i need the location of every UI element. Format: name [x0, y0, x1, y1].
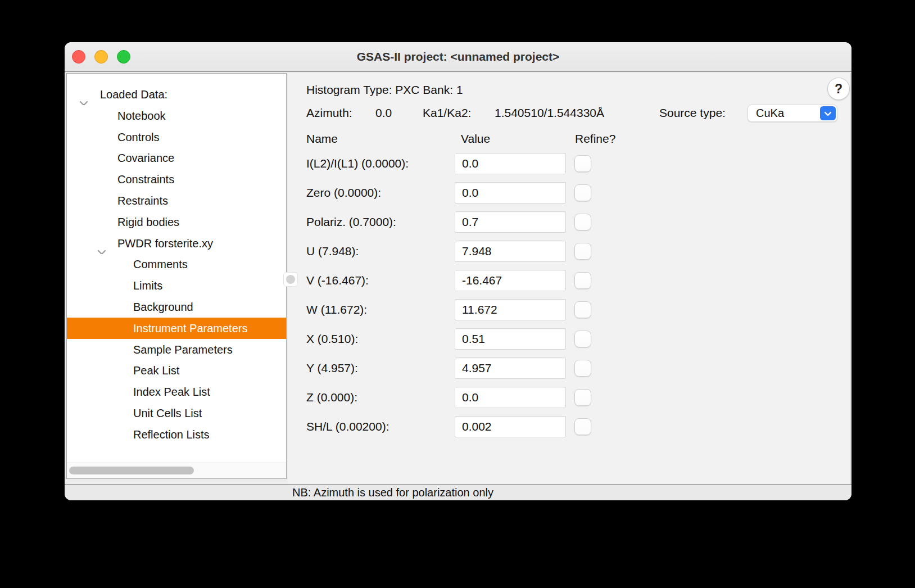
title-bar: GSAS-II project: <unnamed project> — [65, 42, 851, 72]
azimuth-value: 0.0 — [375, 104, 392, 122]
data-tree-sidebar: Loaded Data: Notebook Controls Covarianc… — [66, 73, 287, 479]
instrument-parameters-panel: Histogram Type: PXC Bank: 1 ? Azimuth: 0… — [288, 73, 850, 484]
source-type-label: Source type: — [659, 104, 726, 122]
param-name: I(L2)/I(L1) (0.0000): — [306, 153, 409, 174]
param-value-input[interactable] — [455, 182, 566, 203]
column-header-name: Name — [306, 130, 338, 148]
tree-item-label: Background — [133, 296, 193, 318]
source-type-value: CuKa — [756, 105, 784, 121]
tree-item-label: Restraints — [117, 190, 168, 211]
tree-item-sample-parameters[interactable]: Sample Parameters — [67, 339, 286, 360]
status-message: NB: Azimuth is used for polarization onl… — [292, 485, 493, 500]
azimuth-label: Azimuth: — [306, 104, 352, 122]
param-row: Z (0.000): — [288, 387, 850, 408]
source-type-dropdown[interactable]: CuKa — [748, 105, 837, 122]
tree-item-loaded-data[interactable]: Loaded Data: — [67, 84, 286, 105]
tree-item-label: Rigid bodies — [117, 211, 179, 233]
histogram-type-line: Histogram Type: PXC Bank: 1 — [306, 81, 463, 99]
param-row: Y (4.957): — [288, 358, 850, 379]
param-value-input[interactable] — [455, 358, 566, 379]
param-value-input[interactable] — [455, 416, 566, 437]
tree-item-reflection-lists[interactable]: Reflection Lists — [67, 424, 286, 445]
param-name: SH/L (0.00200): — [306, 416, 389, 437]
tree-item-constraints[interactable]: Constraints — [67, 169, 286, 190]
tree-item-restraints[interactable]: Restraints — [67, 190, 286, 211]
param-row: V (-16.467): — [288, 270, 850, 291]
tree-item-covariance[interactable]: Covariance — [67, 147, 286, 169]
tree-item-limits[interactable]: Limits — [67, 275, 286, 296]
scrollbar-thumb[interactable] — [69, 467, 194, 474]
tree-item-label: Index Peak List — [133, 381, 210, 402]
help-button[interactable]: ? — [827, 78, 850, 100]
chevron-down-icon[interactable] — [79, 92, 88, 105]
param-row: Polariz. (0.7000): — [288, 211, 850, 233]
tree-item-label: Notebook — [117, 105, 166, 126]
tree-item-label: Controls — [117, 126, 159, 148]
tree-item-label: Limits — [133, 275, 162, 296]
tree-item-comments[interactable]: Comments — [67, 254, 286, 275]
param-name: Z (0.000): — [306, 387, 357, 408]
param-value-input[interactable] — [455, 153, 566, 174]
tree-item-notebook[interactable]: Notebook — [67, 105, 286, 126]
tree-item-label: Reflection Lists — [133, 424, 210, 445]
param-row: I(L2)/I(L1) (0.0000): — [288, 153, 850, 174]
refine-checkbox[interactable] — [574, 360, 591, 377]
tree-item-controls[interactable]: Controls — [67, 126, 286, 148]
param-value-input[interactable] — [455, 328, 566, 350]
param-row: W (11.672): — [288, 299, 850, 320]
param-value-input[interactable] — [455, 241, 566, 262]
refine-checkbox[interactable] — [574, 214, 591, 230]
tree-item-label: Instrument Parameters — [133, 318, 247, 339]
status-bar: NB: Azimuth is used for polarization onl… — [65, 484, 851, 500]
refine-checkbox[interactable] — [574, 155, 591, 172]
column-header-refine: Refine? — [575, 130, 615, 148]
column-header-value: Value — [461, 130, 490, 148]
tree-item-instrument-parameters-selected[interactable]: Instrument Parameters — [67, 318, 286, 339]
param-value-input[interactable] — [455, 211, 566, 233]
ka-value: 1.540510/1.544330Å — [495, 104, 604, 122]
tree-item-pwdr-forsterite[interactable]: PWDR forsterite.xy — [67, 233, 286, 254]
tree-item-label: Peak List — [133, 360, 179, 381]
tree-item-label: Comments — [133, 254, 188, 275]
refine-checkbox[interactable] — [574, 418, 591, 435]
param-name: Y (4.957): — [306, 358, 358, 379]
param-name: Zero (0.0000): — [306, 182, 381, 203]
refine-checkbox[interactable] — [574, 243, 591, 260]
gsas2-window: GSAS-II project: <unnamed project> Loade… — [65, 42, 851, 500]
sidebar-horizontal-scrollbar[interactable] — [67, 463, 286, 478]
tree-item-label: Constraints — [117, 169, 174, 190]
param-name: X (0.510): — [306, 328, 358, 350]
param-name: U (7.948): — [306, 241, 359, 262]
tree-item-label: PWDR forsterite.xy — [117, 233, 213, 254]
refine-checkbox[interactable] — [574, 301, 591, 318]
param-row: U (7.948): — [288, 241, 850, 262]
tree-item-label: Unit Cells List — [133, 402, 202, 424]
dropdown-arrow-button[interactable] — [820, 106, 836, 120]
tree-item-peak-list[interactable]: Peak List — [67, 360, 286, 381]
refine-checkbox[interactable] — [574, 272, 591, 289]
param-value-input[interactable] — [455, 387, 566, 408]
refine-checkbox[interactable] — [574, 184, 591, 201]
tree-item-index-peak-list[interactable]: Index Peak List — [67, 381, 286, 402]
tree-item-label: Sample Parameters — [133, 339, 233, 360]
tree-item-background[interactable]: Background — [67, 296, 286, 318]
tree-item-label: Covariance — [117, 147, 174, 169]
tree-item-unit-cells-list[interactable]: Unit Cells List — [67, 402, 286, 424]
param-name: W (11.672): — [306, 299, 367, 320]
param-row: Zero (0.0000): — [288, 182, 850, 203]
chevron-down-icon[interactable] — [97, 241, 106, 254]
refine-checkbox[interactable] — [574, 331, 591, 347]
param-value-input[interactable] — [455, 270, 566, 291]
tree-item-label: Loaded Data: — [100, 84, 167, 105]
param-name: V (-16.467): — [306, 270, 369, 291]
param-value-input[interactable] — [455, 299, 566, 320]
splitter-dot-icon — [286, 275, 295, 284]
window-title: GSAS-II project: <unnamed project> — [65, 42, 851, 71]
tree-item-rigid-bodies[interactable]: Rigid bodies — [67, 211, 286, 233]
ka-label: Ka1/Ka2: — [423, 104, 471, 122]
param-row: SH/L (0.00200): — [288, 416, 850, 437]
refine-checkbox[interactable] — [574, 389, 591, 406]
param-row: X (0.510): — [288, 328, 850, 350]
pane-splitter-handle[interactable] — [283, 272, 298, 287]
param-name: Polariz. (0.7000): — [306, 211, 396, 233]
